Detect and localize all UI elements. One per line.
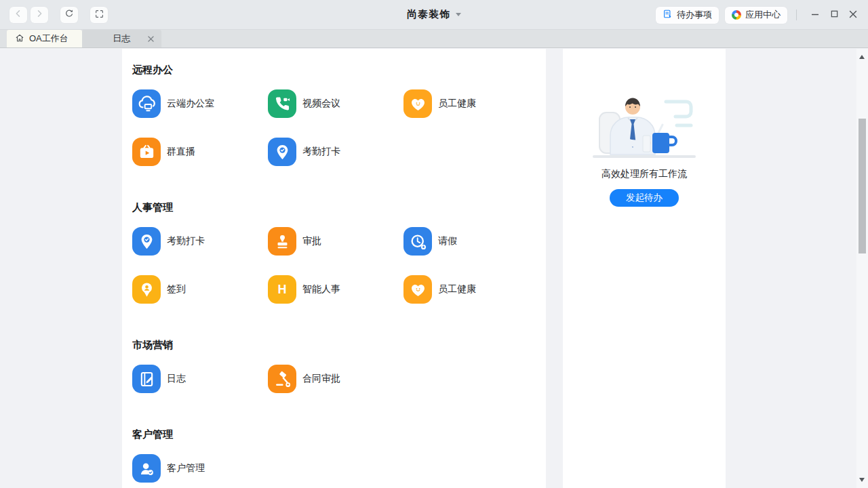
- window-controls-divider: [796, 9, 797, 20]
- app-item-label: 审批: [302, 235, 321, 247]
- section-title-hr-management: 人事管理: [132, 201, 546, 214]
- minimize-icon: [810, 9, 820, 21]
- section-grid-customer-management: 客户管理: [132, 454, 546, 483]
- workflow-illustration: [563, 94, 726, 165]
- titlebar: 尚泰装饰 待办事项 应用中心: [0, 0, 868, 30]
- refresh-icon: [64, 8, 75, 21]
- scrollbar-down-arrow-icon[interactable]: [859, 478, 865, 482]
- section-title-remote-office: 远程办公: [132, 64, 546, 77]
- app-item-label: 请假: [438, 235, 457, 247]
- app-item-employee-health[interactable]: 员工健康: [403, 89, 539, 118]
- app-item-label: 客户管理: [167, 462, 205, 474]
- app-item-employee-health[interactable]: 员工健康: [403, 275, 539, 304]
- todo-list-icon: [663, 9, 673, 21]
- app-item-label: 智能人事: [302, 283, 340, 296]
- back-button[interactable]: [9, 7, 27, 23]
- app-center-label: 应用中心: [745, 9, 781, 21]
- titlebar-right-group: 待办事项 应用中心: [656, 0, 863, 30]
- app-item-contract-approval[interactable]: 合同审批: [268, 365, 403, 393]
- close-button[interactable]: [844, 6, 863, 24]
- app-item-label: 合同审批: [302, 373, 340, 385]
- employee-health-icon: [403, 275, 432, 304]
- section-grid-marketing: 日志 合同审批: [132, 365, 546, 393]
- app-item-label: 考勤打卡: [302, 146, 340, 158]
- tab-journal[interactable]: 日志: [82, 30, 161, 47]
- section-title-customer-management: 客户管理: [132, 428, 546, 441]
- main-panel: 远程办公 云端办公室 视频会议 员工健康: [122, 49, 546, 488]
- group-live-icon: [132, 138, 161, 166]
- section-grid-remote-office: 云端办公室 视频会议 员工健康 群直播: [132, 89, 546, 166]
- leave-clock-icon: [403, 227, 432, 256]
- customer-management-icon: [132, 454, 161, 483]
- chevron-down-icon: [456, 13, 461, 16]
- app-item-attendance[interactable]: 考勤打卡: [132, 227, 268, 256]
- video-meeting-icon: [268, 89, 296, 118]
- attendance-pin-icon: [132, 227, 161, 256]
- tab-oa-workbench[interactable]: OA工作台: [7, 30, 82, 47]
- approval-stamp-icon: [268, 227, 296, 256]
- minimize-button[interactable]: [806, 6, 825, 24]
- scrollbar[interactable]: [856, 49, 868, 488]
- app-item-label: 员工健康: [438, 98, 476, 110]
- tab-close-icon[interactable]: [146, 33, 157, 44]
- scrollbar-up-arrow-icon[interactable]: [859, 55, 865, 59]
- app-item-signin[interactable]: 签到: [132, 275, 268, 304]
- app-item-group-live[interactable]: 群直播: [132, 138, 268, 166]
- todo-items-label: 待办事项: [677, 9, 712, 21]
- close-icon: [848, 9, 858, 21]
- app-item-label: 日志: [167, 373, 186, 385]
- tab-strip: OA工作台 日志: [0, 30, 868, 48]
- todo-panel: 高效处理所有工作流 发起待办: [563, 49, 726, 488]
- refresh-button[interactable]: [60, 7, 78, 23]
- attendance-pin-icon: [268, 138, 296, 166]
- maximize-icon: [830, 9, 839, 20]
- app-item-label: 员工健康: [438, 283, 476, 296]
- app-item-label: 视频会议: [302, 98, 340, 110]
- chevron-right-icon: [34, 8, 45, 21]
- app-item-journal[interactable]: 日志: [132, 365, 268, 393]
- employee-health-icon: [403, 89, 432, 118]
- smart-hr-letter: H: [278, 283, 287, 297]
- scrollbar-thumb[interactable]: [859, 119, 866, 253]
- todo-caption: 高效处理所有工作流: [563, 168, 726, 180]
- cloud-office-icon: [132, 89, 161, 118]
- app-item-label: 签到: [167, 283, 186, 296]
- content-area: 远程办公 云端办公室 视频会议 员工健康: [0, 49, 868, 488]
- maximize-button[interactable]: [825, 6, 844, 24]
- home-icon: [15, 33, 24, 45]
- todo-items-button[interactable]: 待办事项: [656, 7, 719, 24]
- tab-label: 日志: [113, 33, 130, 45]
- section-grid-hr-management: 考勤打卡 审批 请假 签到: [132, 227, 546, 304]
- create-todo-button[interactable]: 发起待办: [610, 189, 679, 207]
- journal-icon: [132, 365, 161, 393]
- forward-button[interactable]: [31, 7, 48, 23]
- org-switcher[interactable]: 尚泰装饰: [407, 8, 461, 21]
- section-title-marketing: 市场营销: [132, 339, 546, 352]
- app-center-pinwheel-icon: [732, 10, 741, 20]
- app-item-label: 群直播: [167, 146, 195, 158]
- smart-hr-icon: H: [268, 275, 296, 304]
- expand-corners-icon: [94, 9, 104, 21]
- app-item-label: 云端办公室: [167, 98, 214, 110]
- app-center-button[interactable]: 应用中心: [725, 7, 787, 24]
- app-item-attendance[interactable]: 考勤打卡: [268, 138, 403, 166]
- app-item-cloud-office[interactable]: 云端办公室: [132, 89, 268, 118]
- chevron-left-icon: [13, 8, 24, 21]
- app-item-leave[interactable]: 请假: [403, 227, 539, 256]
- nav-button-group: [9, 7, 108, 23]
- app-item-customer-management[interactable]: 客户管理: [132, 454, 268, 483]
- expand-button[interactable]: [90, 7, 108, 23]
- app-item-smart-hr[interactable]: H 智能人事: [268, 275, 403, 304]
- signin-pin-icon: [132, 275, 161, 304]
- app-item-video-meeting[interactable]: 视频会议: [268, 89, 403, 118]
- contract-gavel-icon: [268, 365, 296, 393]
- app-item-approval[interactable]: 审批: [268, 227, 403, 256]
- app-item-label: 考勤打卡: [167, 235, 205, 247]
- tab-label: OA工作台: [29, 33, 68, 45]
- org-title: 尚泰装饰: [407, 8, 450, 21]
